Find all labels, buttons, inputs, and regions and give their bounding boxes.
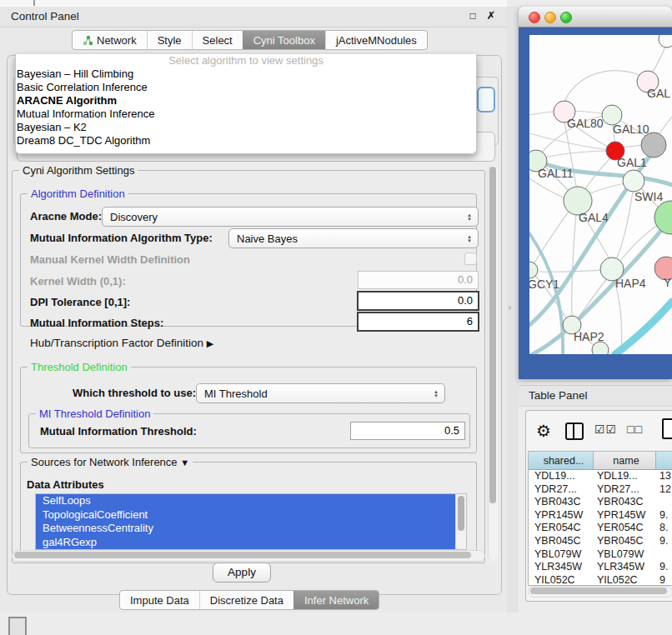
network-edge[interactable] — [544, 151, 609, 158]
network-icon — [83, 35, 93, 46]
algorithm-option[interactable]: Mutual Information Inference — [16, 108, 476, 121]
focused-spinner-fragment[interactable] — [477, 87, 495, 112]
tab-network[interactable]: Network — [73, 31, 147, 49]
data-attributes-selection: SelfLoops TopologicalCoefficient Between… — [36, 494, 456, 549]
attributes-scrollbar-thumb[interactable] — [458, 496, 464, 531]
network-edge[interactable] — [534, 210, 569, 264]
algorithm-option[interactable]: Basic Correlation Inference — [16, 81, 476, 94]
tab-impute-data[interactable]: Impute Data — [120, 591, 199, 609]
network-edge[interactable] — [529, 178, 567, 199]
table-row[interactable]: YIL052CYIL052C9 — [529, 574, 672, 586]
attributes-list-scrollbar[interactable] — [455, 494, 466, 549]
algorithm-option[interactable]: Bayesian – K2 — [16, 121, 476, 134]
expander-down-icon[interactable]: ▼ — [180, 458, 189, 468]
tab-jactivemnodules[interactable]: jActiveMNodules — [325, 31, 427, 49]
algorithm-option[interactable]: Dream8 DC_TDC Algorithm — [16, 134, 476, 148]
tab-style[interactable]: Style — [147, 31, 192, 49]
kernel-width-label: Kernel Width (0,1): — [30, 275, 126, 288]
tab-discretize-data-label: Discretize Data — [210, 594, 283, 607]
mi-threshold-field[interactable]: 0.5 — [350, 422, 465, 440]
cell: 9. — [656, 561, 672, 574]
aracne-mode-combo[interactable]: Discovery ▴▾ — [102, 207, 479, 227]
attribute-item[interactable]: gal4RGexp — [36, 536, 456, 550]
network-node[interactable] — [529, 262, 538, 278]
attribute-item[interactable]: SelfLoops — [36, 494, 456, 508]
network-node[interactable] — [623, 170, 644, 192]
new-table-icon[interactable] — [662, 418, 672, 439]
table-row[interactable]: YPR145WYPR145W9. — [529, 509, 672, 522]
float-window-icon[interactable]: □ — [467, 10, 479, 22]
split-panes-icon[interactable] — [565, 422, 584, 440]
close-panel-icon[interactable]: ✗ — [485, 10, 497, 22]
network-edge[interactable] — [529, 112, 556, 115]
table-row[interactable]: YBR043CYBR043C — [529, 496, 672, 509]
column-header-shared-name[interactable]: shared... — [529, 452, 594, 469]
settings-vscroll-thumb[interactable] — [489, 167, 496, 503]
settings-horizontal-scrollbar[interactable] — [12, 550, 485, 562]
table-row[interactable]: YDL19...YDL19...13 — [529, 470, 672, 483]
mi-type-combo[interactable]: Naive Bayes ▴▾ — [228, 228, 479, 248]
table-row[interactable]: YLR345WYLR345W9. — [529, 561, 672, 574]
algorithm-option-selected[interactable]: ARACNE Algorithm — [16, 94, 476, 108]
tab-infer-network[interactable]: Infer Network — [293, 591, 379, 609]
divider-grip-icon[interactable]: › — [509, 303, 511, 312]
cell: YDL19... — [529, 470, 594, 483]
network-edge[interactable] — [577, 278, 608, 319]
attribute-item[interactable]: BetweennessCentrality — [36, 522, 456, 536]
tab-cyni-toolbox[interactable]: Cyni Toolbox — [243, 31, 325, 49]
apply-button[interactable]: Apply — [213, 562, 271, 582]
mi-steps-field[interactable]: 6 — [357, 312, 479, 332]
resize-grip-icon[interactable] — [8, 617, 27, 635]
network-node[interactable] — [592, 342, 609, 354]
tab-impute-data-label: Impute Data — [130, 594, 189, 607]
data-attributes-list[interactable]: SelfLoops TopologicalCoefficient Between… — [35, 493, 467, 550]
network-node[interactable] — [659, 35, 672, 48]
settings-vertical-scrollbar[interactable] — [488, 165, 498, 560]
network-edge[interactable] — [614, 280, 622, 354]
mi-type-value: Naive Bayes — [229, 232, 463, 245]
expander-right-icon: ▶ — [207, 338, 213, 348]
table-row[interactable]: YDR27...YDR27...12 — [529, 483, 672, 497]
manual-kernel-checkbox[interactable] — [464, 252, 477, 265]
network-node-label: GAL80 — [567, 117, 604, 130]
hub-definition-expander[interactable]: Hub/Transcription Factor Definition ▶ — [30, 337, 213, 349]
tab-select[interactable]: Select — [192, 31, 243, 49]
select-all-columns-icon[interactable]: ☑☑ — [594, 422, 617, 436]
dpi-tolerance-field[interactable]: 0.0 — [357, 291, 479, 311]
which-threshold-combo[interactable]: MI Threshold ▴▾ — [196, 383, 445, 403]
cell: YIL052C — [529, 574, 594, 586]
table-row[interactable]: YBL079WYBL079W — [529, 548, 672, 562]
tab-select-label: Select — [203, 34, 233, 47]
zoom-window-icon[interactable] — [560, 12, 572, 23]
column-header-name[interactable]: name — [594, 452, 656, 469]
tab-cyni-toolbox-label: Cyni Toolbox — [253, 34, 315, 47]
minimize-window-icon[interactable] — [544, 12, 556, 23]
table-hscroll-thumb[interactable] — [530, 588, 667, 594]
table-row[interactable]: YBR045CYBR045C9. — [529, 535, 672, 548]
cell: 8. — [656, 522, 672, 535]
kernel-width-field[interactable]: 0.0 — [358, 271, 479, 289]
control-panel-title: Control Panel — [11, 10, 79, 22]
tab-discretize-data[interactable]: Discretize Data — [199, 591, 293, 609]
column-header-partial[interactable] — [656, 452, 672, 469]
close-window-icon[interactable] — [529, 12, 540, 23]
aracne-mode-value: Discovery — [103, 211, 463, 223]
network-edge[interactable] — [564, 122, 578, 197]
network-window-titlebar[interactable] — [519, 7, 672, 28]
table-horizontal-scrollbar[interactable] — [528, 586, 672, 598]
cell: YBR045C — [529, 535, 594, 548]
network-node[interactable] — [641, 132, 666, 158]
network-canvas[interactable]: GALGAL80GAL10GAL1GAL11SWI4GAL4GCY1HAP4YH… — [529, 35, 672, 354]
deselect-all-columns-icon[interactable]: □□ — [627, 422, 643, 436]
gear-icon[interactable]: ⚙ — [536, 421, 551, 441]
tab-network-label: Network — [97, 34, 137, 47]
network-edge[interactable] — [564, 71, 648, 102]
algorithm-dropdown-popup: Select algorithm to view settings Bayesi… — [15, 54, 477, 154]
table-row[interactable]: YER054CYER054C8. — [529, 522, 672, 535]
network-edge[interactable] — [615, 302, 672, 354]
attribute-item[interactable]: TopologicalCoefficient — [36, 508, 456, 522]
combo-stepper-icon: ▴▾ — [463, 234, 478, 242]
which-threshold-label: Which threshold to use: — [73, 387, 196, 399]
algorithm-option[interactable]: Bayesian – Hill Climbing — [16, 68, 476, 81]
settings-hscroll-thumb[interactable] — [14, 552, 471, 558]
